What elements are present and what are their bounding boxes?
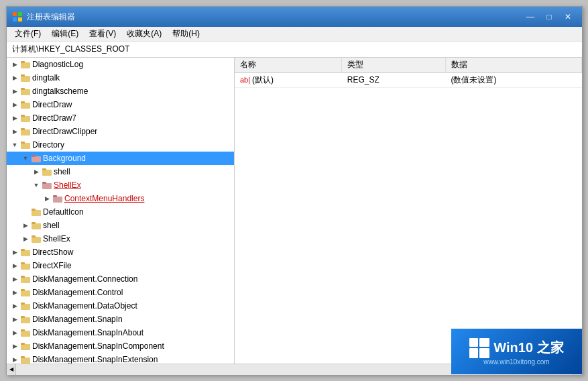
folder-icon	[31, 233, 42, 244]
tree-item-DiskManagement.Control[interactable]: ▶ DiskManagement.Control	[7, 286, 234, 299]
tree-item-label: shell	[43, 221, 60, 230]
tree-item-Directory[interactable]: ▼ Directory	[7, 138, 234, 152]
folder-icon	[20, 301, 31, 311]
tree-item-ContextMenuHandlers[interactable]: ▶ ContextMenuHandlers	[7, 192, 234, 205]
tree-item-label: Directory	[32, 140, 64, 150]
tree-toggle[interactable]: ▶	[9, 354, 20, 364]
tree-toggle[interactable]: ▶	[9, 314, 20, 325]
col-data: 数据	[445, 58, 581, 72]
tree-toggle[interactable]: ▼	[9, 140, 20, 150]
tree-item-DiskManagement.SnapInAbout[interactable]: ▶ DiskManagement.SnapInAbout	[7, 326, 234, 339]
window-controls: — □ ✕	[522, 10, 577, 23]
tree-toggle[interactable]: ▶	[9, 59, 20, 70]
cell-type: REG_SZ	[342, 72, 446, 87]
tree-item-DiskManagement.SnapInExtension[interactable]: ▶ DiskManagement.SnapInExtension	[7, 353, 234, 364]
svg-rect-6	[21, 76, 30, 82]
tree-item-label: DiskManagement.Connection	[32, 274, 137, 284]
tree-toggle[interactable]: ▼	[20, 153, 31, 164]
windows-logo-icon	[469, 338, 489, 358]
tree-item-ShellEx2[interactable]: ▶ ShellEx	[7, 232, 234, 246]
tree-toggle[interactable]: ▶	[9, 287, 20, 298]
svg-rect-52	[469, 348, 478, 358]
svg-rect-46	[21, 344, 30, 350]
tree-toggle[interactable]: ▶	[9, 341, 20, 351]
tree-item-DirectXFile[interactable]: ▶ DirectXFile	[7, 259, 234, 272]
tree-toggle[interactable]: ▼	[31, 180, 42, 190]
cell-data: (数值未设置)	[445, 72, 581, 87]
scroll-left-button[interactable]: ◀	[7, 364, 16, 375]
tree-item-label: DiskManagement.SnapIn	[32, 315, 123, 324]
tree-item-DiskManagement.SnapInComponent[interactable]: ▶ DiskManagement.SnapInComponent	[7, 339, 234, 353]
svg-rect-2	[13, 17, 17, 21]
tree-item-DirectDraw[interactable]: ▶ DirectDraw	[7, 98, 234, 111]
svg-rect-45	[21, 329, 25, 331]
tree-toggle[interactable]: ▶	[31, 166, 42, 177]
tree-toggle[interactable]: ▶	[9, 86, 20, 97]
registry-tree: ▶ DiagnosticLog▶ dingtalk▶ dingtalkschem…	[7, 58, 234, 364]
tree-item-label: DiskManagement.Control	[32, 288, 123, 297]
menu-file[interactable]: 文件(F)	[9, 27, 46, 41]
tree-toggle[interactable]: ▶	[9, 301, 20, 311]
tree-toggle[interactable]: ▶	[9, 99, 20, 110]
tree-toggle[interactable]: ▶	[20, 220, 31, 231]
tree-item-label: DirectDraw	[32, 100, 72, 109]
table-row[interactable]: ab|(默认)REG_SZ(数值未设置)	[235, 72, 582, 87]
svg-rect-5	[21, 61, 25, 63]
tree-item-Background[interactable]: ▼ Background	[7, 152, 234, 165]
svg-rect-50	[469, 338, 478, 347]
tree-item-DiskManagement.SnapIn[interactable]: ▶ DiskManagement.SnapIn	[7, 313, 234, 326]
close-button[interactable]: ✕	[559, 10, 577, 23]
tree-item-dingtalk[interactable]: ▶ dingtalk	[7, 71, 234, 85]
tree-item-label: ShellEx	[43, 234, 70, 243]
svg-rect-14	[21, 129, 30, 135]
tree-item-DiskManagement.DataObject[interactable]: ▶ DiskManagement.DataObject	[7, 299, 234, 313]
tree-toggle[interactable]: ▶	[42, 193, 52, 204]
tree-toggle[interactable]: ▶	[9, 126, 20, 137]
watermark-url: www.win10xitong.com	[483, 358, 549, 366]
folder-icon	[20, 140, 31, 150]
value-icon: ab|	[240, 76, 250, 84]
menu-edit[interactable]: 编辑(E)	[46, 27, 84, 41]
tree-item-DirectDrawClipper[interactable]: ▶ DirectDrawClipper	[7, 125, 234, 138]
tree-toggle[interactable]: ▶	[9, 327, 20, 338]
tree-toggle[interactable]: ▶	[9, 72, 20, 83]
svg-rect-23	[42, 182, 46, 184]
tree-toggle[interactable]: ▶	[9, 274, 20, 284]
folder-icon	[31, 220, 42, 231]
tree-item-dingtalkscheme[interactable]: ▶ dingtalkscheme	[7, 85, 234, 98]
tree-item-DefaultIcon[interactable]: DefaultIcon	[7, 205, 234, 219]
tree-item-shell2[interactable]: ▶ shell	[7, 219, 234, 232]
maximize-button[interactable]: □	[540, 10, 558, 23]
menu-favorites[interactable]: 收藏夹(A)	[121, 27, 167, 41]
tree-toggle[interactable]: ▶	[9, 247, 20, 258]
menu-view[interactable]: 查看(V)	[84, 27, 121, 41]
tree-item-DirectShow[interactable]: ▶ DirectShow	[7, 246, 234, 259]
tree-item-DiskManagement.Connection[interactable]: ▶ DiskManagement.Connection	[7, 272, 234, 286]
tree-item-DiagnosticLog[interactable]: ▶ DiagnosticLog	[7, 58, 234, 71]
folder-icon	[20, 99, 31, 110]
tree-item-shell[interactable]: ▶ shell	[7, 165, 234, 178]
minimize-button[interactable]: —	[522, 10, 539, 23]
svg-rect-10	[21, 103, 30, 109]
folder-icon	[20, 260, 31, 271]
tree-item-DirectDraw7[interactable]: ▶ DirectDraw7	[7, 111, 234, 125]
svg-rect-4	[21, 62, 30, 68]
tree-item-ShellEx[interactable]: ▼ ShellEx	[7, 178, 234, 192]
tree-toggle[interactable]: ▶	[9, 113, 20, 123]
table-body: ab|(默认)REG_SZ(数值未设置)	[235, 72, 582, 87]
menu-help[interactable]: 帮助(H)	[167, 27, 205, 41]
svg-rect-29	[32, 222, 36, 224]
detail-pane[interactable]: 名称 类型 数据 ab|(默认)REG_SZ(数值未设置)	[235, 58, 582, 364]
tree-item-label: shell	[54, 167, 70, 176]
tree-item-label: DirectDrawClipper	[32, 127, 97, 136]
svg-rect-33	[21, 249, 25, 251]
tree-toggle[interactable]: ▶	[20, 233, 31, 244]
svg-rect-28	[32, 223, 41, 229]
svg-rect-20	[42, 170, 52, 176]
folder-icon	[20, 72, 31, 83]
tree-pane[interactable]: ▶ DiagnosticLog▶ dingtalk▶ dingtalkschem…	[7, 58, 235, 364]
folder-icon	[31, 207, 42, 217]
svg-rect-39	[21, 289, 25, 291]
tree-toggle[interactable]	[20, 207, 31, 217]
tree-toggle[interactable]: ▶	[9, 260, 20, 271]
